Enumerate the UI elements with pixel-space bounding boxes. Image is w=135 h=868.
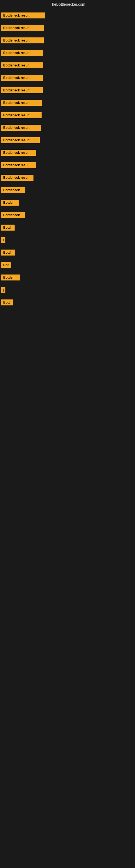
site-title: TheBottlenecker.com bbox=[50, 2, 85, 6]
bottleneck-bar: Bot bbox=[1, 262, 11, 268]
result-row: | bbox=[0, 284, 135, 297]
bottleneck-bar: | bbox=[1, 287, 5, 293]
result-row: Bot bbox=[0, 259, 135, 272]
result-row: B bbox=[0, 235, 135, 247]
bottleneck-bar: Bottleneck result bbox=[1, 75, 43, 81]
bottleneck-bar: Bottleneck result bbox=[1, 50, 43, 56]
bottleneck-bar: Bottleneck result bbox=[1, 100, 42, 106]
site-header: TheBottlenecker.com bbox=[0, 0, 135, 10]
result-row: Bottleneck result bbox=[0, 60, 135, 72]
bottleneck-bar: Bottleneck resu bbox=[1, 162, 36, 168]
result-row: Bottleneck result bbox=[0, 85, 135, 97]
result-row: Bottleneck result bbox=[0, 134, 135, 147]
result-row: Bottleneck result bbox=[0, 110, 135, 122]
bottleneck-bar: Bott bbox=[1, 300, 13, 305]
bottleneck-bar: Bottleneck result bbox=[1, 37, 44, 43]
bottleneck-bar: Bottleneck bbox=[1, 187, 26, 193]
result-row: Bottleneck bbox=[0, 209, 135, 222]
bottleneck-bar: Bottleneck bbox=[1, 212, 25, 218]
bottleneck-bar: Bottler bbox=[1, 199, 18, 206]
bottleneck-bar: Bottleneck result bbox=[1, 12, 45, 19]
result-row: Bottleneck bbox=[0, 184, 135, 197]
bottleneck-bar: Bottleneck resu bbox=[1, 175, 34, 181]
bottleneck-bar: Bottl bbox=[1, 225, 14, 230]
result-row: Bottler bbox=[0, 197, 135, 209]
bottleneck-bar: Bottleneck result bbox=[1, 112, 42, 118]
result-row: Bottleneck result bbox=[0, 122, 135, 134]
result-row: Bottl bbox=[0, 247, 135, 259]
bottleneck-bar: Bottleneck result bbox=[1, 137, 40, 143]
result-row: Bottleneck result bbox=[0, 47, 135, 60]
result-row: Bottleneck result bbox=[0, 97, 135, 110]
bottleneck-bar: Bottleneck result bbox=[1, 62, 43, 68]
bars-container: Bottleneck resultBottleneck resultBottle… bbox=[0, 10, 135, 309]
result-row: Bottleneck result bbox=[0, 35, 135, 47]
result-row: Bott bbox=[0, 297, 135, 309]
result-row: Bottleneck result bbox=[0, 22, 135, 35]
bottleneck-bar: Bottl bbox=[1, 250, 15, 255]
bottleneck-bar: Bottleneck result bbox=[1, 125, 41, 131]
bottleneck-bar: Bottleneck result bbox=[1, 87, 43, 93]
result-row: Bottl bbox=[0, 222, 135, 235]
bottleneck-bar: Bottleneck resu bbox=[1, 150, 36, 156]
result-row: Bottleneck resu bbox=[0, 159, 135, 172]
result-row: Bottleneck resu bbox=[0, 172, 135, 184]
result-row: Bottleneck resu bbox=[0, 147, 135, 159]
result-row: Bottlen bbox=[0, 272, 135, 284]
bottleneck-bar: Bottleneck result bbox=[1, 25, 44, 31]
bottleneck-bar: B bbox=[1, 237, 5, 243]
result-row: Bottleneck result bbox=[0, 72, 135, 85]
result-row: Bottleneck result bbox=[0, 10, 135, 22]
bottleneck-bar: Bottlen bbox=[1, 275, 20, 280]
